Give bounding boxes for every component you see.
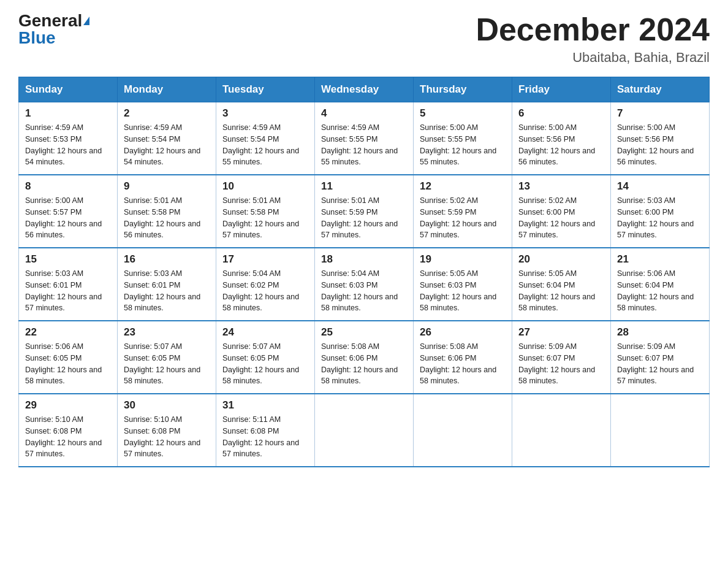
day-info: Sunrise: 5:03 AMSunset: 6:00 PMDaylight:…: [617, 195, 703, 241]
day-info: Sunrise: 4:59 AMSunset: 5:55 PMDaylight:…: [321, 122, 407, 168]
day-number: 29: [25, 399, 111, 412]
calendar-day-cell: 30 Sunrise: 5:10 AMSunset: 6:08 PMDaylig…: [118, 394, 216, 467]
calendar-header-row: SundayMondayTuesdayWednesdayThursdayFrid…: [19, 77, 710, 102]
day-number: 13: [518, 180, 604, 193]
calendar-day-cell: 4 Sunrise: 4:59 AMSunset: 5:55 PMDayligh…: [315, 102, 414, 175]
day-info: Sunrise: 5:06 AMSunset: 6:05 PMDaylight:…: [25, 341, 111, 387]
logo: General Blue: [18, 12, 89, 47]
calendar-week-row: 22 Sunrise: 5:06 AMSunset: 6:05 PMDaylig…: [19, 321, 710, 394]
day-info: Sunrise: 5:09 AMSunset: 6:07 PMDaylight:…: [617, 341, 703, 387]
day-number: 20: [518, 253, 604, 266]
calendar-day-cell: 14 Sunrise: 5:03 AMSunset: 6:00 PMDaylig…: [611, 175, 710, 248]
day-number: 11: [321, 180, 407, 193]
calendar-day-cell: 5 Sunrise: 5:00 AMSunset: 5:55 PMDayligh…: [414, 102, 512, 175]
calendar-day-cell: 8 Sunrise: 5:00 AMSunset: 5:57 PMDayligh…: [19, 175, 118, 248]
day-info: Sunrise: 5:08 AMSunset: 6:06 PMDaylight:…: [420, 341, 506, 387]
logo-general-text: General: [18, 12, 82, 29]
calendar-day-cell: 11 Sunrise: 5:01 AMSunset: 5:59 PMDaylig…: [315, 175, 414, 248]
day-number: 7: [617, 107, 703, 120]
calendar-day-cell: 12 Sunrise: 5:02 AMSunset: 5:59 PMDaylig…: [414, 175, 512, 248]
day-info: Sunrise: 5:11 AMSunset: 6:08 PMDaylight:…: [222, 414, 308, 460]
calendar-day-cell: 21 Sunrise: 5:06 AMSunset: 6:04 PMDaylig…: [611, 248, 710, 321]
month-title: December 2024: [476, 12, 710, 47]
day-info: Sunrise: 5:05 AMSunset: 6:04 PMDaylight:…: [518, 268, 604, 314]
empty-cell: [512, 394, 611, 467]
calendar-table: SundayMondayTuesdayWednesdayThursdayFrid…: [18, 77, 710, 467]
calendar-day-cell: 22 Sunrise: 5:06 AMSunset: 6:05 PMDaylig…: [19, 321, 118, 394]
column-header-wednesday: Wednesday: [315, 77, 414, 102]
day-number: 12: [420, 180, 506, 193]
empty-cell: [611, 394, 710, 467]
calendar-day-cell: 26 Sunrise: 5:08 AMSunset: 6:06 PMDaylig…: [414, 321, 512, 394]
calendar-day-cell: 24 Sunrise: 5:07 AMSunset: 6:05 PMDaylig…: [216, 321, 315, 394]
day-info: Sunrise: 4:59 AMSunset: 5:54 PMDaylight:…: [124, 122, 210, 168]
calendar-day-cell: 19 Sunrise: 5:05 AMSunset: 6:03 PMDaylig…: [414, 248, 512, 321]
calendar-week-row: 29 Sunrise: 5:10 AMSunset: 6:08 PMDaylig…: [19, 394, 710, 467]
calendar-day-cell: 3 Sunrise: 4:59 AMSunset: 5:54 PMDayligh…: [216, 102, 315, 175]
calendar-day-cell: 18 Sunrise: 5:04 AMSunset: 6:03 PMDaylig…: [315, 248, 414, 321]
day-number: 27: [518, 326, 604, 339]
calendar-day-cell: 13 Sunrise: 5:02 AMSunset: 6:00 PMDaylig…: [512, 175, 611, 248]
calendar-day-cell: 25 Sunrise: 5:08 AMSunset: 6:06 PMDaylig…: [315, 321, 414, 394]
calendar-day-cell: 6 Sunrise: 5:00 AMSunset: 5:56 PMDayligh…: [512, 102, 611, 175]
calendar-week-row: 15 Sunrise: 5:03 AMSunset: 6:01 PMDaylig…: [19, 248, 710, 321]
column-header-saturday: Saturday: [611, 77, 710, 102]
calendar-day-cell: 16 Sunrise: 5:03 AMSunset: 6:01 PMDaylig…: [118, 248, 216, 321]
calendar-week-row: 8 Sunrise: 5:00 AMSunset: 5:57 PMDayligh…: [19, 175, 710, 248]
day-number: 16: [124, 253, 210, 266]
day-number: 22: [25, 326, 111, 339]
column-header-thursday: Thursday: [414, 77, 512, 102]
day-number: 6: [518, 107, 604, 120]
day-number: 5: [420, 107, 506, 120]
day-number: 1: [25, 107, 111, 120]
day-number: 23: [124, 326, 210, 339]
day-info: Sunrise: 5:04 AMSunset: 6:03 PMDaylight:…: [321, 268, 407, 314]
day-info: Sunrise: 5:07 AMSunset: 6:05 PMDaylight:…: [124, 341, 210, 387]
day-info: Sunrise: 5:03 AMSunset: 6:01 PMDaylight:…: [25, 268, 111, 314]
page-header: General Blue December 2024 Ubaitaba, Bah…: [18, 12, 710, 66]
day-info: Sunrise: 5:00 AMSunset: 5:55 PMDaylight:…: [420, 122, 506, 168]
title-block: December 2024 Ubaitaba, Bahia, Brazil: [476, 12, 710, 66]
day-info: Sunrise: 4:59 AMSunset: 5:53 PMDaylight:…: [25, 122, 111, 168]
day-number: 26: [420, 326, 506, 339]
logo-triangle-icon: [83, 17, 89, 25]
day-info: Sunrise: 5:04 AMSunset: 6:02 PMDaylight:…: [222, 268, 308, 314]
day-number: 18: [321, 253, 407, 266]
calendar-day-cell: 17 Sunrise: 5:04 AMSunset: 6:02 PMDaylig…: [216, 248, 315, 321]
day-info: Sunrise: 5:01 AMSunset: 5:59 PMDaylight:…: [321, 195, 407, 241]
day-number: 2: [124, 107, 210, 120]
calendar-day-cell: 31 Sunrise: 5:11 AMSunset: 6:08 PMDaylig…: [216, 394, 315, 467]
day-info: Sunrise: 5:08 AMSunset: 6:06 PMDaylight:…: [321, 341, 407, 387]
calendar-day-cell: 29 Sunrise: 5:10 AMSunset: 6:08 PMDaylig…: [19, 394, 118, 467]
day-number: 10: [222, 180, 308, 193]
calendar-day-cell: 28 Sunrise: 5:09 AMSunset: 6:07 PMDaylig…: [611, 321, 710, 394]
calendar-day-cell: 23 Sunrise: 5:07 AMSunset: 6:05 PMDaylig…: [118, 321, 216, 394]
logo-blue-text: Blue: [18, 29, 56, 47]
column-header-monday: Monday: [118, 77, 216, 102]
day-number: 19: [420, 253, 506, 266]
day-info: Sunrise: 5:07 AMSunset: 6:05 PMDaylight:…: [222, 341, 308, 387]
day-info: Sunrise: 5:03 AMSunset: 6:01 PMDaylight:…: [124, 268, 210, 314]
calendar-day-cell: 7 Sunrise: 5:00 AMSunset: 5:56 PMDayligh…: [611, 102, 710, 175]
column-header-friday: Friday: [512, 77, 611, 102]
day-info: Sunrise: 5:00 AMSunset: 5:57 PMDaylight:…: [25, 195, 111, 241]
calendar-day-cell: 2 Sunrise: 4:59 AMSunset: 5:54 PMDayligh…: [118, 102, 216, 175]
day-info: Sunrise: 5:01 AMSunset: 5:58 PMDaylight:…: [124, 195, 210, 241]
calendar-day-cell: 10 Sunrise: 5:01 AMSunset: 5:58 PMDaylig…: [216, 175, 315, 248]
calendar-day-cell: 27 Sunrise: 5:09 AMSunset: 6:07 PMDaylig…: [512, 321, 611, 394]
calendar-day-cell: 20 Sunrise: 5:05 AMSunset: 6:04 PMDaylig…: [512, 248, 611, 321]
day-info: Sunrise: 5:05 AMSunset: 6:03 PMDaylight:…: [420, 268, 506, 314]
day-number: 30: [124, 399, 210, 412]
day-info: Sunrise: 5:09 AMSunset: 6:07 PMDaylight:…: [518, 341, 604, 387]
day-number: 15: [25, 253, 111, 266]
column-header-sunday: Sunday: [19, 77, 118, 102]
calendar-week-row: 1 Sunrise: 4:59 AMSunset: 5:53 PMDayligh…: [19, 102, 710, 175]
day-number: 17: [222, 253, 308, 266]
day-number: 3: [222, 107, 308, 120]
day-info: Sunrise: 4:59 AMSunset: 5:54 PMDaylight:…: [222, 122, 308, 168]
day-info: Sunrise: 5:10 AMSunset: 6:08 PMDaylight:…: [124, 414, 210, 460]
day-info: Sunrise: 5:02 AMSunset: 6:00 PMDaylight:…: [518, 195, 604, 241]
day-info: Sunrise: 5:10 AMSunset: 6:08 PMDaylight:…: [25, 414, 111, 460]
day-info: Sunrise: 5:00 AMSunset: 5:56 PMDaylight:…: [617, 122, 703, 168]
day-number: 21: [617, 253, 703, 266]
